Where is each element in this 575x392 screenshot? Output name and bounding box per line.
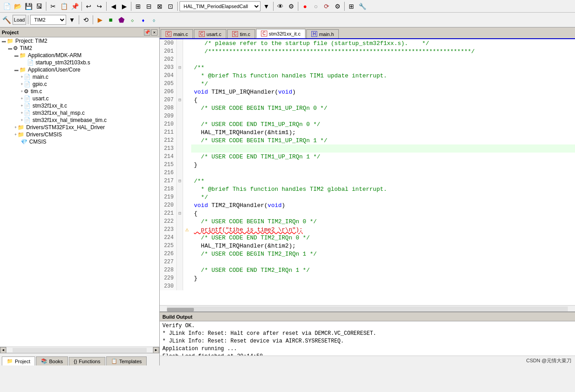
debug-target-select[interactable]: HAL_TIM_PeriodElapsedCall ▼: [180, 1, 271, 11]
extra-button[interactable]: ⚙: [332, 1, 342, 11]
start-debug-button[interactable]: ▶: [95, 15, 105, 25]
panel-pin-button[interactable]: 📌: [144, 29, 150, 36]
code-line[interactable]: }: [191, 161, 575, 169]
insert4-button[interactable]: ⊡: [166, 1, 175, 11]
code-line[interactable]: /* USER CODE BEGIN TIM1_UP_IRQn 0 */: [191, 104, 575, 112]
code-line[interactable]: * @brief This function handles TIM1 upda…: [191, 72, 575, 80]
file-tab-stm32f1xx_it.c[interactable]: Cstm32f1xx_it.c: [256, 29, 305, 38]
fold-gutter[interactable]: ⊟: [177, 96, 183, 104]
project-hscroll[interactable]: ◀ ▶: [0, 347, 159, 353]
save-all-button[interactable]: 🖫: [34, 1, 44, 11]
layout-button[interactable]: ⊞: [346, 1, 356, 11]
code-line[interactable]: /* USER CODE END TIM1_UP_IRQn 0 */: [191, 120, 575, 128]
run-red-button[interactable]: ●: [300, 1, 310, 11]
nav-back-button[interactable]: ◀: [108, 1, 118, 11]
build-target-icon[interactable]: 🔨: [2, 15, 12, 25]
reset-button[interactable]: ⬟: [117, 15, 126, 25]
run-to-button[interactable]: ⬨: [149, 15, 159, 25]
code-line[interactable]: * @brief This function handles TIM2 glob…: [191, 185, 575, 193]
bottom-tab-templates[interactable]: 📋Templates: [106, 356, 147, 365]
bottom-tab-functions[interactable]: {}Functions: [69, 357, 105, 365]
code-line[interactable]: /**: [191, 177, 575, 185]
editor-hscroll[interactable]: [160, 305, 575, 311]
debug-target-combo[interactable]: HAL_TIM_PeriodElapsedCall: [180, 1, 261, 11]
loop-button[interactable]: ⟳: [322, 1, 332, 11]
stop-debug-button[interactable]: ■: [106, 15, 116, 25]
tree-item[interactable]: 💎CMSIS: [0, 138, 159, 145]
tree-item[interactable]: +📄usart.c: [0, 95, 159, 102]
code-line[interactable]: [191, 282, 575, 290]
code-line[interactable]: /* USER CODE BEGIN TIM2_IRQn 1 */: [191, 250, 575, 258]
code-line[interactable]: */: [191, 80, 575, 88]
code-container[interactable]: 200 /* please refer to the startup file …: [160, 39, 575, 305]
code-line[interactable]: {: [191, 209, 575, 217]
tree-item[interactable]: 📄startup_stm32f103xb.s: [0, 59, 159, 66]
undo-button[interactable]: ↩: [84, 1, 94, 11]
build-output-content[interactable]: Verify OK.* JLink Info: Reset: Halt core…: [160, 321, 575, 356]
tree-item[interactable]: ▬⚙TIM2: [0, 45, 159, 52]
code-line[interactable]: printf("tihe is time2 \r\n");: [191, 225, 575, 234]
fold-gutter[interactable]: ⊟: [177, 177, 183, 185]
translate-button[interactable]: ⟲: [81, 15, 91, 25]
code-line[interactable]: [191, 55, 575, 63]
stop-circle-button[interactable]: ○: [311, 1, 321, 11]
fold-gutter[interactable]: ⊟: [177, 209, 183, 217]
file-tab-usart.c[interactable]: Cusart.c: [194, 29, 226, 38]
code-line[interactable]: HAL_TIM_IRQHandler(&htim1);: [191, 128, 575, 136]
step-into-button[interactable]: ⬦: [127, 15, 137, 25]
code-line[interactable]: [191, 169, 575, 177]
redo-button[interactable]: ↪: [94, 1, 104, 11]
tree-item[interactable]: ▬📁Project: TIM2: [0, 37, 159, 45]
file-tab-main.c[interactable]: Cmain.c: [161, 29, 193, 38]
file-tab-main.h[interactable]: Hmain.h: [306, 29, 339, 38]
code-line[interactable]: {: [191, 96, 575, 104]
code-line[interactable]: */: [191, 193, 575, 201]
code-line[interactable]: /* USER CODE END TIM1_UP_IRQn 1 */: [191, 153, 575, 161]
insert1-button[interactable]: ⊞: [133, 1, 143, 11]
code-line[interactable]: HAL_TIM_IRQHandler(&htim2);: [191, 242, 575, 250]
cut-button[interactable]: ✂: [48, 1, 58, 11]
code-line[interactable]: /* USER CODE END TIM2_IRQn 1 */: [191, 266, 575, 274]
tree-item[interactable]: +📁Drivers/CMSIS: [0, 131, 159, 138]
panel-close-button[interactable]: ✕: [151, 29, 157, 36]
code-line[interactable]: [191, 144, 575, 153]
bottom-tab-project[interactable]: 📁Project: [2, 356, 35, 365]
insert3-button[interactable]: ⊠: [155, 1, 165, 11]
code-line[interactable]: void TIM2_IRQHandler(void): [191, 201, 575, 209]
copy-button[interactable]: 📋: [59, 1, 69, 11]
code-line[interactable]: [191, 112, 575, 120]
step-over-button[interactable]: ⬧: [138, 15, 148, 25]
code-line[interactable]: void TIM1_UP_IRQHandler(void): [191, 88, 575, 96]
new-file-button[interactable]: 📄: [2, 1, 12, 11]
code-line[interactable]: /**: [191, 63, 575, 72]
hscroll-left[interactable]: ◀: [0, 347, 6, 353]
target-name-combo[interactable]: TIM2: [30, 15, 66, 25]
debug-view-button[interactable]: 👁: [275, 1, 285, 11]
hscroll-track[interactable]: [13, 348, 147, 352]
fold-gutter[interactable]: ⊟: [177, 63, 183, 72]
bottom-tab-books[interactable]: 📚Books: [36, 356, 68, 365]
code-line[interactable]: }: [191, 274, 575, 282]
debug-settings-button[interactable]: ⚙: [286, 1, 296, 11]
code-line[interactable]: /* USER CODE BEGIN TIM1_UP_IRQn 1 */: [191, 136, 575, 144]
debug-target-expand[interactable]: ▼: [261, 1, 271, 11]
tree-item[interactable]: +📄stm32f1xx_hal_timebase_tim.c: [0, 117, 159, 124]
tree-item[interactable]: +📄gpio.c: [0, 81, 159, 88]
hscroll-right[interactable]: ▶: [153, 347, 159, 353]
tree-item[interactable]: ▬📁Application/User/Core: [0, 66, 159, 73]
code-line[interactable]: /* please refer to the startup file (sta…: [191, 39, 575, 47]
paste-button[interactable]: 📌: [70, 1, 80, 11]
open-file-button[interactable]: 📂: [13, 1, 22, 11]
target-name-dropdown[interactable]: ▼: [67, 15, 77, 25]
nav-fwd-button[interactable]: ▶: [119, 1, 129, 11]
file-tab-tim.c[interactable]: Ctim.c: [227, 29, 255, 38]
tree-item[interactable]: +⚙tim.c: [0, 88, 159, 95]
save-button[interactable]: 💾: [23, 1, 33, 11]
code-line[interactable]: /* USER CODE END TIM2_IRQn 0 */: [191, 234, 575, 242]
load-icon[interactable]: Load: [13, 15, 26, 25]
tree-item[interactable]: +📄stm32f1xx_it.c: [0, 102, 159, 109]
code-editor[interactable]: 200 /* please refer to the startup file …: [160, 39, 575, 305]
tree-item[interactable]: ▬📁Application/MDK-ARM: [0, 52, 159, 59]
code-line[interactable]: /* USER CODE BEGIN TIM2_IRQn 0 */: [191, 217, 575, 225]
tree-item[interactable]: +📄main.c: [0, 73, 159, 81]
